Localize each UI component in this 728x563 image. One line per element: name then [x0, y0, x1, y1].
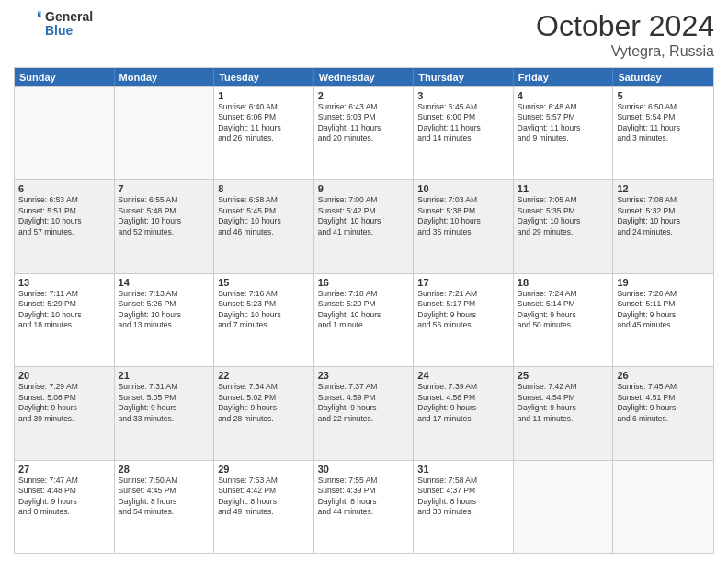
day-cell-28: 28Sunrise: 7:50 AMSunset: 4:45 PMDayligh… [115, 461, 215, 553]
day-info: Sunrise: 7:26 AMSunset: 5:11 PMDaylight:… [617, 289, 710, 331]
day-cell-29: 29Sunrise: 7:53 AMSunset: 4:42 PMDayligh… [214, 461, 314, 553]
day-info: Sunrise: 7:39 AMSunset: 4:56 PMDaylight:… [417, 382, 509, 424]
day-info: Sunrise: 6:45 AMSunset: 6:00 PMDaylight:… [417, 102, 509, 144]
day-number: 4 [518, 90, 609, 101]
day-cell-26: 26Sunrise: 7:45 AMSunset: 4:51 PMDayligh… [613, 367, 713, 459]
day-number: 2 [318, 90, 410, 101]
day-number: 12 [617, 183, 710, 194]
day-info: Sunrise: 6:50 AMSunset: 5:54 PMDaylight:… [617, 102, 710, 144]
title-block: October 2024 Vytegra, Russia [536, 9, 714, 60]
day-info: Sunrise: 7:45 AMSunset: 4:51 PMDaylight:… [617, 382, 710, 424]
day-number: 1 [218, 90, 310, 101]
day-number: 17 [417, 277, 509, 288]
day-cell-9: 9Sunrise: 7:00 AMSunset: 5:42 PMDaylight… [314, 180, 415, 272]
week-row-2: 6Sunrise: 6:53 AMSunset: 5:51 PMDaylight… [15, 179, 713, 272]
day-header-tuesday: Tuesday [214, 68, 314, 86]
day-cell-14: 14Sunrise: 7:13 AMSunset: 5:26 PMDayligh… [115, 274, 215, 366]
day-header-wednesday: Wednesday [314, 68, 415, 86]
day-number: 27 [18, 464, 110, 475]
day-info: Sunrise: 6:53 AMSunset: 5:51 PMDaylight:… [18, 195, 110, 237]
day-number: 23 [318, 370, 410, 381]
day-cell-15: 15Sunrise: 7:16 AMSunset: 5:23 PMDayligh… [214, 274, 314, 366]
day-info: Sunrise: 7:50 AMSunset: 4:45 PMDaylight:… [119, 476, 210, 518]
day-info: Sunrise: 7:05 AMSunset: 5:35 PMDaylight:… [518, 195, 609, 237]
day-cell-13: 13Sunrise: 7:11 AMSunset: 5:29 PMDayligh… [15, 274, 115, 366]
day-info: Sunrise: 7:21 AMSunset: 5:17 PMDaylight:… [417, 289, 509, 331]
day-info: Sunrise: 7:34 AMSunset: 5:02 PMDaylight:… [218, 382, 310, 424]
day-cell-3: 3Sunrise: 6:45 AMSunset: 6:00 PMDaylight… [414, 87, 514, 179]
day-info: Sunrise: 7:47 AMSunset: 4:48 PMDaylight:… [18, 476, 110, 518]
day-info: Sunrise: 7:53 AMSunset: 4:42 PMDaylight:… [218, 476, 310, 518]
day-number: 19 [617, 277, 710, 288]
month-title: October 2024 [536, 9, 714, 43]
day-info: Sunrise: 7:55 AMSunset: 4:39 PMDaylight:… [318, 476, 410, 518]
day-cell-6: 6Sunrise: 6:53 AMSunset: 5:51 PMDaylight… [15, 180, 115, 272]
day-number: 18 [518, 277, 609, 288]
day-info: Sunrise: 6:40 AMSunset: 6:06 PMDaylight:… [218, 102, 310, 144]
day-info: Sunrise: 7:16 AMSunset: 5:23 PMDaylight:… [218, 289, 310, 331]
day-number: 10 [417, 183, 509, 194]
week-row-4: 20Sunrise: 7:29 AMSunset: 5:08 PMDayligh… [15, 366, 713, 459]
day-number: 24 [417, 370, 509, 381]
day-info: Sunrise: 7:11 AMSunset: 5:29 PMDaylight:… [18, 289, 110, 331]
day-cell-16: 16Sunrise: 7:18 AMSunset: 5:20 PMDayligh… [314, 274, 415, 366]
day-number: 14 [119, 277, 210, 288]
day-number: 5 [617, 90, 710, 101]
day-number: 9 [318, 183, 410, 194]
empty-cell [15, 87, 115, 179]
day-number: 11 [518, 183, 609, 194]
week-row-1: 1Sunrise: 6:40 AMSunset: 6:06 PMDaylight… [15, 86, 713, 179]
day-cell-25: 25Sunrise: 7:42 AMSunset: 4:54 PMDayligh… [514, 367, 614, 459]
day-info: Sunrise: 6:43 AMSunset: 6:03 PMDaylight:… [318, 102, 410, 144]
day-number: 30 [318, 464, 410, 475]
day-number: 22 [218, 370, 310, 381]
day-cell-17: 17Sunrise: 7:21 AMSunset: 5:17 PMDayligh… [414, 274, 514, 366]
day-number: 25 [518, 370, 609, 381]
day-cell-23: 23Sunrise: 7:37 AMSunset: 4:59 PMDayligh… [314, 367, 415, 459]
day-header-friday: Friday [514, 68, 614, 86]
day-number: 28 [119, 464, 210, 475]
day-info: Sunrise: 7:29 AMSunset: 5:08 PMDaylight:… [18, 382, 110, 424]
day-info: Sunrise: 7:13 AMSunset: 5:26 PMDaylight:… [119, 289, 210, 331]
calendar: SundayMondayTuesdayWednesdayThursdayFrid… [14, 67, 714, 554]
day-number: 3 [417, 90, 509, 101]
logo-text: General Blue [45, 10, 93, 39]
day-number: 31 [417, 464, 509, 475]
day-cell-30: 30Sunrise: 7:55 AMSunset: 4:39 PMDayligh… [314, 461, 415, 553]
day-cell-7: 7Sunrise: 6:55 AMSunset: 5:48 PMDaylight… [115, 180, 215, 272]
empty-cell [514, 461, 614, 553]
day-header-thursday: Thursday [414, 68, 514, 86]
day-number: 29 [218, 464, 310, 475]
day-number: 21 [119, 370, 210, 381]
day-cell-19: 19Sunrise: 7:26 AMSunset: 5:11 PMDayligh… [613, 274, 713, 366]
logo-blue: Blue [45, 24, 93, 38]
day-info: Sunrise: 7:18 AMSunset: 5:20 PMDaylight:… [318, 289, 410, 331]
day-info: Sunrise: 7:03 AMSunset: 5:38 PMDaylight:… [417, 195, 509, 237]
day-info: Sunrise: 7:08 AMSunset: 5:32 PMDaylight:… [617, 195, 710, 237]
logo: General Blue [14, 9, 93, 39]
logo-graphic [14, 9, 41, 39]
day-cell-11: 11Sunrise: 7:05 AMSunset: 5:35 PMDayligh… [514, 180, 614, 272]
day-header-saturday: Saturday [613, 68, 713, 86]
day-cell-20: 20Sunrise: 7:29 AMSunset: 5:08 PMDayligh… [15, 367, 115, 459]
day-header-monday: Monday [115, 68, 215, 86]
page-header: General Blue October 2024 Vytegra, Russi… [14, 9, 714, 60]
day-cell-10: 10Sunrise: 7:03 AMSunset: 5:38 PMDayligh… [414, 180, 514, 272]
day-number: 16 [318, 277, 410, 288]
logo-general: General [45, 10, 93, 24]
day-number: 20 [18, 370, 110, 381]
day-cell-8: 8Sunrise: 6:58 AMSunset: 5:45 PMDaylight… [214, 180, 314, 272]
day-number: 13 [18, 277, 110, 288]
day-cell-12: 12Sunrise: 7:08 AMSunset: 5:32 PMDayligh… [613, 180, 713, 272]
location: Vytegra, Russia [536, 43, 714, 60]
day-cell-4: 4Sunrise: 6:48 AMSunset: 5:57 PMDaylight… [514, 87, 614, 179]
day-info: Sunrise: 7:24 AMSunset: 5:14 PMDaylight:… [518, 289, 609, 331]
day-number: 15 [218, 277, 310, 288]
day-number: 6 [18, 183, 110, 194]
day-header-sunday: Sunday [15, 68, 115, 86]
day-info: Sunrise: 6:55 AMSunset: 5:48 PMDaylight:… [119, 195, 210, 237]
day-cell-1: 1Sunrise: 6:40 AMSunset: 6:06 PMDaylight… [214, 87, 314, 179]
day-cell-27: 27Sunrise: 7:47 AMSunset: 4:48 PMDayligh… [15, 461, 115, 553]
day-info: Sunrise: 6:58 AMSunset: 5:45 PMDaylight:… [218, 195, 310, 237]
empty-cell [115, 87, 215, 179]
